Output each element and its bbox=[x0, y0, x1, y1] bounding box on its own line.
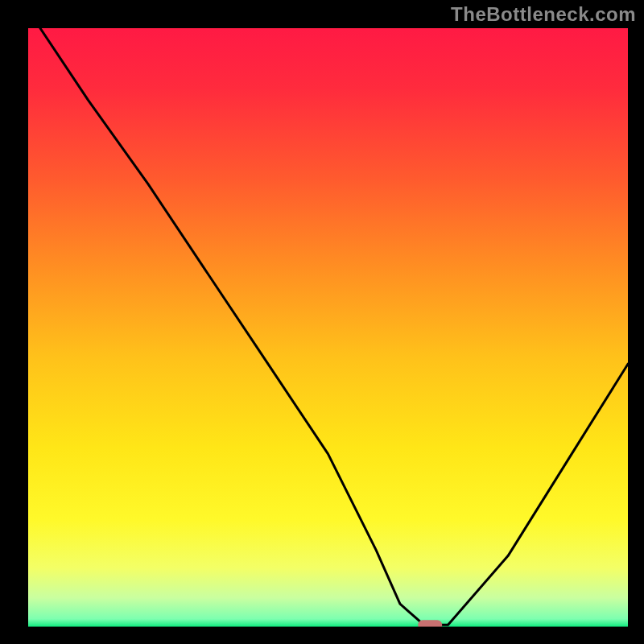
watermark-text: TheBottleneck.com bbox=[451, 3, 636, 26]
chart-container: TheBottleneck.com bbox=[0, 0, 644, 644]
bottleneck-chart bbox=[0, 0, 644, 644]
plot-background bbox=[28, 28, 628, 628]
